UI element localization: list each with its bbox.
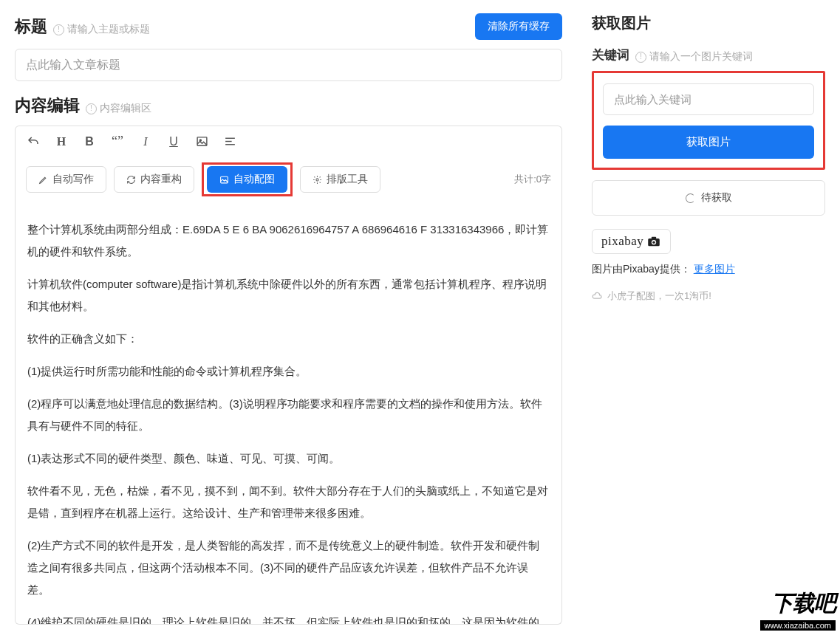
cloud-icon xyxy=(592,292,603,301)
editor-paragraph: 软件的正确含义如下： xyxy=(27,328,550,350)
content-section-label: 内容编辑 xyxy=(15,95,80,117)
svg-rect-8 xyxy=(652,237,656,239)
refresh-icon xyxy=(126,175,136,185)
title-section-hint: ! 请输入主题或标题 xyxy=(53,23,150,36)
italic-icon[interactable]: I xyxy=(138,135,153,148)
side-title: 获取图片 xyxy=(592,13,825,33)
align-left-icon[interactable] xyxy=(222,135,237,148)
restructure-button[interactable]: 内容重构 xyxy=(114,166,194,193)
editor-paragraph: (4)维护不同的硬件是旧的，理论上软件是旧的，并不坏，但实际上软件也是旧的和坏的… xyxy=(27,611,550,625)
credit-line: 图片由Pixabay提供： 更多图片 xyxy=(592,263,825,276)
heading-icon[interactable]: H xyxy=(54,135,69,148)
camera-icon xyxy=(646,236,661,247)
editor-paragraph: (2)程序可以满意地处理信息的数据结构。(3)说明程序功能要求和程序需要的文档的… xyxy=(27,393,550,437)
content-section-hint: ! 内容编辑区 xyxy=(86,102,151,115)
title-section-label: 标题 xyxy=(15,16,47,38)
underline-icon[interactable]: U xyxy=(166,135,181,148)
layout-tool-button[interactable]: 排版工具 xyxy=(300,166,380,193)
char-count: 共计:0字 xyxy=(514,173,551,186)
keyword-hint: ! 请输入一个图片关键词 xyxy=(635,50,753,64)
keyword-input[interactable] xyxy=(603,83,814,115)
editor-paragraph: 软件看不见，无色，枯燥，看不见，摸不到，闻不到。软件大部分存在于人们的头脑或纸上… xyxy=(27,480,550,524)
editor-paragraph: 整个计算机系统由两部分组成：E.69DA 5 E 6 BA 9062616964… xyxy=(27,219,550,263)
editor-paragraph: 计算机软件(computer software)是指计算机系统中除硬件以外的所有… xyxy=(27,273,550,318)
tool-icon xyxy=(313,175,322,185)
fetch-image-button[interactable]: 获取图片 xyxy=(603,126,814,159)
info-icon: ! xyxy=(53,24,64,35)
article-title-input[interactable] xyxy=(15,49,562,81)
editor-content[interactable]: 整个计算机系统由两部分组成：E.69DA 5 E 6 BA 9062616964… xyxy=(15,205,562,625)
image-icon[interactable] xyxy=(194,135,209,148)
pending-status: 待获取 xyxy=(592,180,825,216)
quote-icon[interactable]: “” xyxy=(110,134,125,149)
editor-paragraph: (1)表达形式不同的硬件类型、颜色、味道、可见、可摸、可闻。 xyxy=(27,447,550,470)
editor-paragraph: (1)提供运行时所需功能和性能的命令或计算机程序集合。 xyxy=(27,360,550,382)
auto-write-button[interactable]: 自动写作 xyxy=(26,166,106,193)
main-panel: 标题 ! 请输入主题或标题 清除所有缓存 内容编辑 ! 内容编辑区 xyxy=(0,0,577,635)
pixabay-badge[interactable]: pixabay xyxy=(592,229,671,254)
bold-icon[interactable]: B xyxy=(82,135,97,148)
keyword-label: 关键词 xyxy=(592,47,629,64)
undo-icon[interactable] xyxy=(26,135,41,148)
highlight-auto-image: 自动配图 xyxy=(202,162,293,196)
highlight-keyword-box: 获取图片 xyxy=(592,71,825,170)
info-icon: ! xyxy=(86,103,97,114)
svg-point-6 xyxy=(316,178,318,180)
clear-cache-button[interactable]: 清除所有缓存 xyxy=(475,13,562,40)
editor-paragraph: (2)生产方式不同的软件是开发，是人类智能的高发挥，而不是传统意义上的硬件制造。… xyxy=(27,535,550,601)
info-icon: ! xyxy=(635,52,646,63)
pencil-icon xyxy=(38,175,48,185)
spinner-icon xyxy=(686,193,695,203)
more-images-link[interactable]: 更多图片 xyxy=(694,263,735,275)
side-panel: 获取图片 关键词 ! 请输入一个图片关键词 获取图片 待获取 pixabay 图… xyxy=(577,0,840,635)
auto-image-button[interactable]: 自动配图 xyxy=(207,166,287,193)
tip-line: 小虎子配图，一次1淘币! xyxy=(592,289,825,303)
picture-icon xyxy=(219,175,229,185)
editor-toolbar: H B “” I U 自动写作 内容重构 xyxy=(15,126,562,205)
svg-point-10 xyxy=(653,241,655,243)
